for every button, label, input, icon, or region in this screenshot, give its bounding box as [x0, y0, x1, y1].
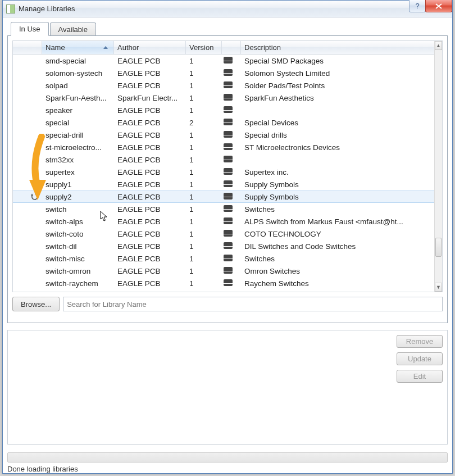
cell-version: 1 [186, 205, 222, 214]
browse-button[interactable]: Browse... [12, 297, 60, 311]
drive-icon [223, 81, 233, 88]
library-table: Name Author Version Description smd-spec… [12, 40, 443, 292]
cell-storage-icon [222, 205, 241, 214]
table-row[interactable]: st-microelectro...EAGLE PCB1ST Microelec… [13, 141, 434, 153]
cell-name: smd-special [42, 57, 114, 65]
close-button[interactable] [425, 0, 452, 12]
cell-name: solomon-systech [42, 69, 114, 78]
drive-icon [223, 230, 233, 237]
drive-icon [223, 94, 233, 101]
cell-description: Omron Switches [241, 267, 434, 275]
cell-storage-icon [222, 69, 241, 78]
cell-name: switch-alps [42, 217, 114, 226]
update-button[interactable]: Update [397, 352, 443, 365]
column-version[interactable]: Version [186, 41, 222, 54]
cell-name: special-drill [42, 131, 114, 139]
table-row[interactable]: switch-dilEAGLE PCB1DIL Switches and Cod… [13, 240, 434, 252]
drive-icon [223, 119, 233, 125]
cell-author: EAGLE PCB [114, 279, 186, 288]
cell-version: 1 [186, 143, 222, 152]
search-input[interactable] [63, 297, 443, 311]
cell-storage-icon [222, 143, 241, 152]
vertical-scrollbar[interactable]: ▲ ▼ [434, 41, 442, 292]
drive-icon [223, 217, 233, 224]
status-text: Done loading libraries [7, 465, 448, 473]
cell-storage-icon [222, 156, 241, 164]
cell-version: 1 [186, 131, 222, 139]
remove-button[interactable]: Remove [397, 335, 443, 348]
drive-icon [223, 205, 233, 212]
table-row[interactable]: switch-cotoEAGLE PCB1COTO TECHNOLOGY [13, 228, 434, 240]
column-author[interactable]: Author [114, 41, 186, 54]
detail-panel: Remove Update Edit [7, 330, 448, 445]
cell-version: 1 [186, 267, 222, 275]
refresh-icon [31, 193, 39, 201]
cell-author: EAGLE PCB [114, 180, 186, 189]
tab-available[interactable]: Available [50, 22, 97, 36]
cell-author: SparkFun Electr... [114, 94, 186, 102]
cell-author: EAGLE PCB [114, 131, 186, 139]
column-status-icon[interactable] [222, 41, 241, 54]
cell-description: ST Microelectronics Devices [241, 143, 434, 152]
drive-icon [223, 255, 233, 261]
table-row[interactable]: supply1EAGLE PCB1Supply Symbols [13, 178, 434, 191]
cell-name: switch-coto [42, 230, 114, 238]
table-row[interactable]: specialEAGLE PCB2Special Devices [13, 116, 434, 129]
cell-description: COTO TECHNOLOGY [241, 230, 434, 238]
table-row[interactable]: stm32xxEAGLE PCB1 [13, 153, 434, 166]
table-row[interactable]: speakerEAGLE PCB1 [13, 104, 434, 116]
drive-icon [223, 168, 233, 175]
scroll-thumb[interactable] [435, 238, 442, 257]
table-row[interactable]: switch-raychemEAGLE PCB1Raychem Switches [13, 277, 434, 289]
table-row[interactable]: switch-miscEAGLE PCB1Switches [13, 252, 434, 265]
table-row[interactable]: solomon-systechEAGLE PCB1Solomon Systech… [13, 67, 434, 79]
cell-storage-icon [222, 81, 241, 90]
cell-name: special [42, 119, 114, 127]
tabstrip: In Use Available [7, 22, 448, 35]
drive-icon [223, 180, 233, 187]
edit-button[interactable]: Edit [397, 370, 443, 383]
table-body[interactable]: smd-specialEAGLE PCB1Special SMD Package… [13, 55, 434, 292]
cell-storage-icon [222, 106, 241, 115]
cell-author: EAGLE PCB [114, 168, 186, 176]
table-row[interactable]: special-drillEAGLE PCB1Special drills [13, 129, 434, 141]
cell-version: 1 [186, 193, 222, 201]
column-description[interactable]: Description [241, 41, 442, 54]
table-row[interactable]: switchEAGLE PCB1Switches [13, 203, 434, 215]
cell-author: EAGLE PCB [114, 193, 186, 201]
table-row[interactable]: smd-specialEAGLE PCB1Special SMD Package… [13, 55, 434, 67]
cell-author: EAGLE PCB [114, 156, 186, 164]
cell-description: Switches [241, 205, 434, 214]
cell-storage-icon [222, 279, 241, 288]
table-row[interactable]: switch-alpsEAGLE PCB1ALPS Switch from Ma… [13, 215, 434, 228]
column-name[interactable]: Name [42, 41, 114, 54]
help-button[interactable]: ? [409, 0, 426, 12]
side-buttons: Remove Update Edit [397, 335, 443, 383]
scroll-up-button[interactable]: ▲ [435, 41, 442, 50]
browse-row: Browse... [12, 297, 443, 311]
table-row[interactable]: supertexEAGLE PCB1Supertex inc. [13, 166, 434, 178]
column-icon[interactable] [13, 41, 42, 54]
table-row[interactable]: switch-omronEAGLE PCB1Omron Switches [13, 265, 434, 277]
table-header: Name Author Version Description [13, 41, 442, 55]
cell-storage-icon [222, 230, 241, 238]
table-row[interactable]: solpadEAGLE PCB1Solder Pads/Test Points [13, 79, 434, 92]
cell-name: supply2 [42, 193, 114, 201]
table-row[interactable]: SparkFun-Aesth...SparkFun Electr...1Spar… [13, 92, 434, 104]
scroll-down-button[interactable]: ▼ [435, 283, 442, 292]
cell-name: speaker [42, 106, 114, 115]
cell-version: 1 [186, 69, 222, 78]
drive-icon [223, 156, 233, 162]
tab-in-use[interactable]: In Use [11, 22, 49, 36]
table-row[interactable]: supply2EAGLE PCB1Supply Symbols [13, 191, 434, 203]
cell-description: Supertex inc. [241, 168, 434, 176]
cell-author: EAGLE PCB [114, 230, 186, 238]
cell-author: EAGLE PCB [114, 106, 186, 115]
drive-icon [223, 69, 233, 76]
cell-author: EAGLE PCB [114, 242, 186, 251]
cell-storage-icon [222, 131, 241, 139]
cell-description: Raychem Switches [241, 279, 434, 288]
cell-version: 1 [186, 180, 222, 189]
cell-storage-icon [222, 193, 241, 201]
cell-storage-icon [222, 255, 241, 263]
